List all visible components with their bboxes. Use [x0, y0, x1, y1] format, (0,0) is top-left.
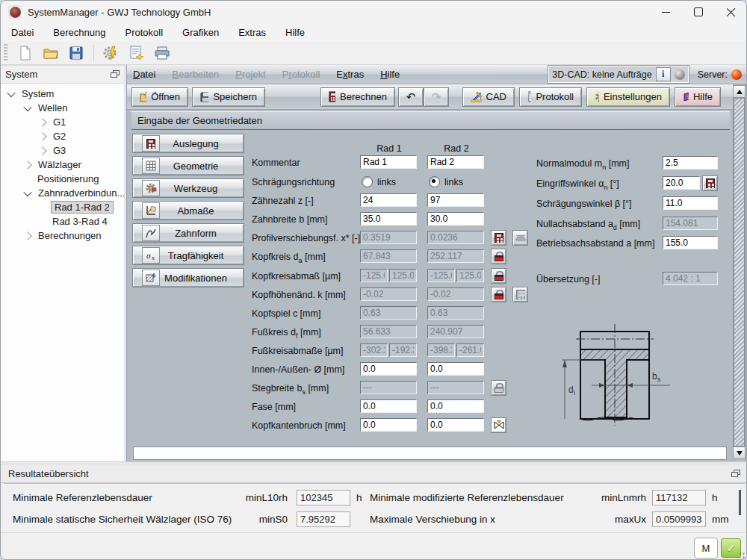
rad1-column-header: Rad 1	[360, 143, 418, 154]
maximize-icon	[694, 7, 703, 16]
chevron-down-icon[interactable]	[23, 187, 31, 196]
menu-datei[interactable]: Datei	[11, 27, 34, 38]
vertical-scrollbar[interactable]	[733, 85, 746, 459]
open-icon	[140, 92, 146, 102]
close-button[interactable]	[715, 1, 747, 23]
save-button-inner[interactable]: Speichern	[192, 87, 265, 107]
results-scrollbar[interactable]	[739, 490, 741, 515]
schraegungswinkel-input[interactable]	[663, 196, 718, 210]
fusskreisabmasse-rad1-lower-field	[360, 343, 388, 357]
stegbreite-rad1-field	[360, 381, 417, 394]
chevron-right-icon[interactable]	[38, 132, 46, 140]
menu-berechnung[interactable]: Berechnung	[53, 27, 105, 38]
menu-hilfe[interactable]: Hilfe	[285, 27, 305, 38]
cad-button[interactable]: CAD	[462, 87, 515, 107]
chevron-down-icon[interactable]	[23, 102, 31, 111]
menu-protokoll[interactable]: Protokoll	[125, 27, 163, 38]
float-panel-icon[interactable]	[111, 70, 120, 78]
schraegungswinkel-label: Schrägungswinkel β [°]	[536, 199, 632, 209]
fase-rad1-input[interactable]	[360, 399, 417, 413]
betriebsachsabstand-input[interactable]	[663, 236, 718, 249]
lock-icon-disabled	[495, 383, 503, 393]
app-menu-bearbeiten: Bearbeiten	[172, 69, 219, 80]
calculator-icon	[329, 91, 335, 102]
tree-item-g2[interactable]: G2	[1, 129, 124, 143]
print-button[interactable]	[152, 43, 173, 63]
kopfhoehe-lock-button[interactable]	[491, 287, 506, 302]
fase-rad2-input[interactable]	[427, 399, 484, 413]
row-kopfhoehe: Kopfhöhenänd. k [mm]	[127, 287, 734, 303]
kopfkantenbruch-rad1-input[interactable]	[360, 418, 417, 432]
maxUx-unit: mm	[712, 514, 729, 525]
chevron-right-icon[interactable]	[23, 161, 31, 169]
section-header: Eingabe der Geometriedaten	[131, 111, 730, 130]
innendurchmesser-rad1-input[interactable]	[360, 362, 417, 376]
app-menubar: Datei Bearbeiten Projekt Protokoll Extra…	[127, 65, 747, 84]
tree-item-rad3-rad4[interactable]: Rad 3-Rad 4	[1, 214, 124, 228]
chevron-placeholder	[25, 176, 30, 181]
chevron-right-icon[interactable]	[38, 146, 46, 155]
kopfkantenbruch-rad2-input[interactable]	[427, 418, 484, 432]
help-button[interactable]: ? Hilfe	[675, 87, 721, 107]
kopfhoehe-label: Kopfhöhenänd. k [mm]	[252, 290, 346, 300]
lock-icon	[495, 252, 503, 261]
kopfhoehe-calc-button[interactable]	[512, 287, 528, 302]
minimize-button[interactable]	[649, 1, 682, 23]
scroll-down-button[interactable]	[734, 447, 745, 458]
scrollbar-thumb[interactable]	[734, 98, 745, 447]
settings-button[interactable]: Einstellungen	[586, 87, 670, 107]
menu-grafiken[interactable]: Grafiken	[182, 27, 219, 38]
scroll-up-button[interactable]	[734, 86, 745, 98]
tree-item-system[interactable]: System	[1, 87, 124, 101]
tree-item-berechnungen[interactable]: Berechnungen	[1, 228, 124, 243]
tree-item-wellen[interactable]: Wellen	[1, 101, 124, 115]
undo-button[interactable]: ↶	[398, 87, 424, 107]
menu-extras[interactable]: Extras	[238, 27, 266, 38]
minLnmrh-label: Minimale modifizierte Referenzlebensdaue…	[370, 492, 564, 503]
dim-bs-label: bs	[652, 371, 661, 383]
tree-item-waelzlager[interactable]: Wälzlager	[1, 158, 124, 172]
app-menu-datei[interactable]: Datei	[133, 69, 155, 80]
calculate-button-inner[interactable]: Berechnen	[320, 87, 395, 107]
app-menu-extras[interactable]: Extras	[336, 69, 364, 80]
save-button[interactable]	[66, 43, 87, 63]
open-button[interactable]: Öffnen	[131, 87, 188, 107]
app-menu-hilfe[interactable]: Hilfe	[380, 69, 400, 80]
kopfkreis-label: Kopfkreis da [mm]	[252, 252, 326, 264]
minLnmrh-symbol: minLnmrh	[594, 492, 646, 503]
tree-item-g3[interactable]: G3	[1, 143, 124, 158]
tree-item-positionierung[interactable]: Positionierung	[1, 172, 124, 186]
kopfkantenbruch-chamfer-button[interactable]	[491, 417, 506, 433]
innendurchmesser-rad2-input[interactable]	[427, 362, 484, 376]
eingriffswinkel-input[interactable]	[663, 176, 700, 190]
cad-icon	[471, 91, 482, 102]
eingriffswinkel-calc-button[interactable]	[702, 175, 718, 191]
chevron-right-icon[interactable]	[38, 118, 46, 126]
calculate-button[interactable]	[101, 43, 122, 63]
results-overview: Minimale Referenzlebensdauer minL10rh h …	[4, 483, 745, 534]
resize-grip[interactable]	[738, 552, 746, 559]
report-button[interactable]	[126, 43, 147, 63]
maximize-button[interactable]	[682, 1, 715, 23]
nav-auslegung-button[interactable]: Auslegung	[132, 134, 244, 153]
chamfer-icon	[494, 420, 504, 430]
cad-info-button[interactable]: i	[656, 67, 671, 81]
new-file-button[interactable]	[15, 43, 36, 63]
chevron-down-icon[interactable]	[7, 88, 15, 96]
tree-item-zahnradverbindungen[interactable]: Zahnradverbindun...	[1, 186, 124, 200]
nullachsabstand-field	[663, 217, 718, 230]
chevron-right-icon[interactable]	[23, 231, 31, 240]
system-tree: System Wellen G1 G2 G3 Wälzlager Positio…	[1, 84, 124, 243]
protocol-button[interactable]: Protokoll	[519, 87, 582, 107]
tree-item-rad1-rad2[interactable]: Rad 1-Rad 2	[1, 200, 124, 214]
system-panel-header: System	[1, 66, 124, 84]
m-button[interactable]: M	[694, 538, 718, 559]
stegbreite-lock-button[interactable]	[491, 380, 506, 396]
redo-button[interactable]: ↷	[424, 87, 449, 107]
betriebsachsabstand-label: Betriebsachsabstand a [mm]	[536, 238, 654, 249]
open-file-button[interactable]	[40, 43, 61, 63]
float-results-icon[interactable]	[731, 470, 740, 478]
tree-item-g1[interactable]: G1	[1, 115, 124, 129]
normalmodul-input[interactable]	[663, 156, 718, 169]
toolbar-grip[interactable]	[4, 44, 7, 62]
